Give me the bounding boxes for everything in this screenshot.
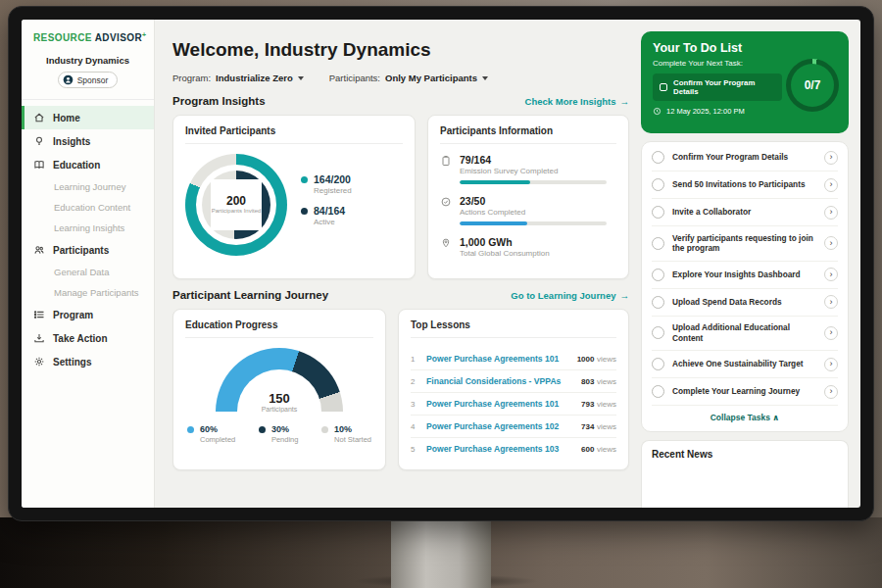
lesson-row: 2 Financial Considerations - VPPAs 803 v…	[411, 370, 616, 393]
people-icon	[33, 244, 45, 256]
program-value: Industrialize Zero	[216, 73, 293, 83]
task-row[interactable]: Explore Your Insights Dashboard ›	[652, 262, 838, 289]
sidebar-item-label: Settings	[53, 357, 91, 368]
center-column: Welcome, Industry Dynamics Program: Indu…	[172, 31, 629, 508]
task-chevron-button[interactable]: ›	[824, 178, 838, 192]
task-checkbox[interactable]	[652, 178, 664, 191]
task-chevron-button[interactable]: ›	[824, 295, 838, 309]
task-row[interactable]: Invite a Collaborator ›	[652, 199, 838, 226]
lesson-row: 5 Power Purchase Agreements 103 600 view…	[411, 438, 616, 460]
sponsor-badge: Sponsor	[58, 72, 119, 88]
lesson-link[interactable]: Power Purchase Agreements 103	[426, 444, 573, 454]
chevron-right-icon: ›	[830, 208, 833, 217]
sidebar-item-manage-participants[interactable]: Manage Participants	[22, 282, 154, 303]
legend-pending: 30% Pending	[259, 424, 299, 444]
sidebar-item-home[interactable]: Home	[22, 106, 154, 129]
task-chevron-button[interactable]: ›	[824, 385, 838, 399]
clipboard-icon	[440, 155, 452, 167]
participants-dropdown[interactable]: Participants: Only My Participants	[329, 73, 488, 83]
task-chevron-button[interactable]: ›	[824, 236, 838, 250]
sidebar-item-learning-journey[interactable]: Learning Journey	[22, 176, 154, 197]
chevron-right-icon: ›	[830, 387, 833, 396]
divider	[22, 99, 154, 100]
task-row[interactable]: Send 50 Invitations to Participants ›	[652, 172, 838, 199]
stat-progress-fill	[460, 180, 530, 184]
lightbulb-icon	[33, 135, 45, 147]
task-chevron-button[interactable]: ›	[824, 358, 838, 371]
participants-label: Participants:	[329, 73, 380, 83]
task-checkbox[interactable]	[652, 296, 664, 309]
task-checkbox[interactable]	[652, 151, 664, 164]
task-checkbox[interactable]	[652, 385, 664, 398]
task-row[interactable]: Verify participants requesting to join t…	[652, 226, 838, 262]
legend-active: 84/164 Active	[301, 205, 352, 226]
todo-progress-ring: 0/7	[786, 59, 839, 112]
sidebar-item-education[interactable]: Education	[22, 153, 154, 176]
sidebar-item-take-action[interactable]: Take Action	[22, 326, 154, 350]
chevron-right-icon: ›	[830, 298, 833, 307]
task-checkbox[interactable]	[652, 269, 664, 281]
stat-global-consumption: 1,000 GWh Total Global Consumption	[440, 236, 616, 258]
lesson-link[interactable]: Power Purchase Agreements 102	[426, 421, 573, 431]
chevron-right-icon: ›	[830, 180, 833, 189]
app-logo: RESOURCE ADVISOR+	[22, 31, 154, 43]
program-dropdown[interactable]: Program: Industrialize Zero	[172, 73, 304, 83]
go-to-learning-journey-link[interactable]: Go to Learning Journey →	[511, 290, 629, 301]
lesson-link[interactable]: Financial Considerations - VPPAs	[426, 376, 573, 386]
sidebar-item-general-data[interactable]: General Data	[22, 262, 154, 282]
chevron-up-icon: ∧	[772, 413, 779, 422]
task-row[interactable]: Confirm Your Program Details ›	[652, 144, 838, 172]
home-icon	[33, 112, 45, 123]
task-row[interactable]: Upload Additional Educational Content ›	[652, 317, 838, 352]
task-checkbox[interactable]	[652, 358, 664, 370]
task-row[interactable]: Upload Spend Data Records ›	[652, 289, 838, 317]
collapse-tasks-link[interactable]: Collapse Tasks ∧	[652, 406, 838, 425]
legend-dot	[321, 426, 328, 433]
legend-not-started: 10% Not Started	[321, 424, 371, 444]
task-chevron-button[interactable]: ›	[824, 268, 838, 281]
next-task-button[interactable]: Confirm Your Program Details	[653, 74, 782, 101]
lesson-link[interactable]: Power Purchase Agreements 101	[426, 399, 573, 409]
chevron-right-icon: ›	[830, 270, 833, 279]
education-gauge-center: 150 Participants	[216, 391, 343, 413]
arrow-right-icon: →	[620, 290, 630, 301]
task-row[interactable]: Complete Your Learning Journey ›	[652, 378, 838, 406]
lesson-link[interactable]: Power Purchase Agreements 101	[426, 354, 569, 364]
lesson-row: 3 Power Purchase Agreements 101 793 view…	[411, 393, 616, 416]
sidebar-item-education-content[interactable]: Education Content	[22, 197, 154, 218]
sidebar-item-label: Program	[53, 310, 93, 320]
top-lessons-card: Top Lessons 1 Power Purchase Agreements …	[398, 309, 629, 470]
person-icon	[63, 74, 74, 85]
card-title: Top Lessons	[411, 319, 616, 338]
task-checkbox[interactable]	[652, 206, 664, 219]
invited-donut-ring-inner: 200 Participants Invited	[202, 171, 270, 239]
lesson-row: 4 Power Purchase Agreements 102 734 view…	[411, 416, 616, 438]
legend-dot	[301, 208, 308, 215]
sidebar-item-program[interactable]: Program	[22, 303, 154, 326]
stat-progress-fill	[460, 221, 527, 225]
list-icon	[33, 309, 45, 320]
chevron-down-icon	[298, 76, 304, 80]
legend-registered: 164/200 Registered	[301, 173, 352, 195]
chevron-right-icon: ›	[830, 328, 833, 337]
learning-journey-title: Participant Learning Journey	[172, 289, 328, 301]
task-chevron-button[interactable]: ›	[824, 151, 838, 165]
task-checkbox[interactable]	[652, 326, 664, 339]
sidebar-item-settings[interactable]: Settings	[22, 350, 154, 373]
legend-dot	[187, 426, 194, 433]
sidebar-item-learning-insights[interactable]: Learning Insights	[22, 218, 154, 238]
tasks-card: Confirm Your Program Details › Send 50 I…	[641, 141, 849, 432]
education-progress-card: Education Progress 150 Participants 60% …	[172, 309, 386, 470]
recent-news-card: Recent News	[641, 440, 849, 508]
sidebar-item-insights[interactable]: Insights	[22, 129, 154, 153]
check-more-insights-link[interactable]: Check More Insights →	[525, 96, 629, 107]
lesson-row: 1 Power Purchase Agreements 101 1000 vie…	[411, 348, 616, 370]
stat-progress-track	[460, 221, 607, 225]
task-checkbox[interactable]	[652, 237, 664, 250]
task-chevron-button[interactable]: ›	[824, 326, 838, 340]
sidebar-item-participants[interactable]: Participants	[22, 238, 154, 262]
card-title: Participants Information	[440, 125, 616, 144]
task-chevron-button[interactable]: ›	[824, 206, 838, 220]
checkbox-icon[interactable]	[660, 83, 667, 91]
task-row[interactable]: Achieve One Sustainability Target ›	[652, 351, 838, 378]
